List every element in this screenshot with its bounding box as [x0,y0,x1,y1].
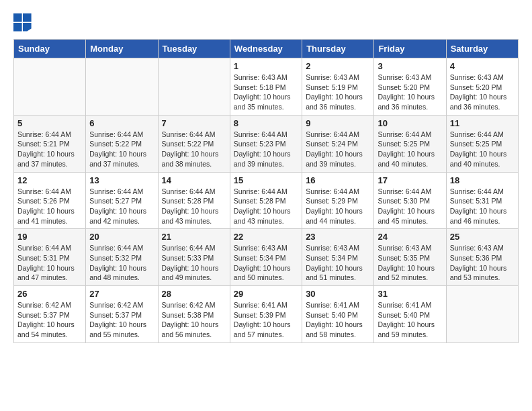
calendar-cell: 11Sunrise: 6:44 AM Sunset: 5:25 PM Dayli… [446,115,518,172]
calendar-cell: 16Sunrise: 6:44 AM Sunset: 5:29 PM Dayli… [302,172,374,229]
day-of-week-header: Sunday [14,40,86,58]
day-number: 8 [234,118,298,128]
calendar-cell: 15Sunrise: 6:44 AM Sunset: 5:28 PM Dayli… [230,172,302,229]
day-number: 19 [17,232,82,242]
day-number: 28 [162,289,226,299]
calendar-cell: 3Sunrise: 6:43 AM Sunset: 5:20 PM Daylig… [374,58,446,116]
day-info: Sunrise: 6:44 AM Sunset: 5:21 PM Dayligh… [17,130,82,169]
day-info: Sunrise: 6:44 AM Sunset: 5:32 PM Dayligh… [89,243,154,283]
calendar-cell: 8Sunrise: 6:44 AM Sunset: 5:23 PM Daylig… [230,115,302,172]
calendar-cell: 6Sunrise: 6:44 AM Sunset: 5:22 PM Daylig… [86,115,158,172]
day-number: 13 [89,175,154,185]
day-number: 30 [306,289,370,299]
day-number: 3 [378,61,442,71]
day-number: 24 [378,232,442,242]
day-number: 27 [89,289,154,299]
day-info: Sunrise: 6:44 AM Sunset: 5:28 PM Dayligh… [234,187,298,226]
day-info: Sunrise: 6:43 AM Sunset: 5:19 PM Dayligh… [306,73,370,112]
calendar-cell: 29Sunrise: 6:41 AM Sunset: 5:39 PM Dayli… [230,286,302,343]
day-info: Sunrise: 6:44 AM Sunset: 5:29 PM Dayligh… [306,187,370,226]
day-info: Sunrise: 6:43 AM Sunset: 5:20 PM Dayligh… [450,73,515,112]
calendar-cell: 19Sunrise: 6:44 AM Sunset: 5:31 PM Dayli… [14,229,86,286]
day-number: 6 [89,118,154,128]
calendar-cell: 22Sunrise: 6:43 AM Sunset: 5:34 PM Dayli… [230,229,302,286]
calendar-cell: 1Sunrise: 6:43 AM Sunset: 5:18 PM Daylig… [230,58,302,116]
calendar-cell: 5Sunrise: 6:44 AM Sunset: 5:21 PM Daylig… [14,115,86,172]
calendar-week-row: 19Sunrise: 6:44 AM Sunset: 5:31 PM Dayli… [14,229,519,286]
calendar-cell: 14Sunrise: 6:44 AM Sunset: 5:28 PM Dayli… [158,172,230,229]
day-number: 23 [306,232,370,242]
calendar-cell: 31Sunrise: 6:41 AM Sunset: 5:40 PM Dayli… [374,286,446,343]
day-info: Sunrise: 6:44 AM Sunset: 5:25 PM Dayligh… [450,130,515,169]
day-info: Sunrise: 6:44 AM Sunset: 5:22 PM Dayligh… [162,130,226,169]
header [13,13,519,32]
day-info: Sunrise: 6:44 AM Sunset: 5:25 PM Dayligh… [378,130,442,169]
calendar-cell: 27Sunrise: 6:42 AM Sunset: 5:37 PM Dayli… [86,286,158,343]
svg-rect-2 [13,23,22,32]
logo-icon [13,13,32,32]
calendar-cell: 17Sunrise: 6:44 AM Sunset: 5:30 PM Dayli… [374,172,446,229]
day-number: 18 [450,175,515,185]
day-info: Sunrise: 6:44 AM Sunset: 5:24 PM Dayligh… [306,130,370,169]
day-info: Sunrise: 6:44 AM Sunset: 5:26 PM Dayligh… [17,187,82,226]
day-info: Sunrise: 6:44 AM Sunset: 5:27 PM Dayligh… [89,187,154,226]
day-info: Sunrise: 6:43 AM Sunset: 5:36 PM Dayligh… [450,243,515,283]
day-info: Sunrise: 6:44 AM Sunset: 5:23 PM Dayligh… [234,130,298,169]
day-number: 31 [378,289,442,299]
day-info: Sunrise: 6:43 AM Sunset: 5:34 PM Dayligh… [234,243,298,283]
calendar-cell: 12Sunrise: 6:44 AM Sunset: 5:26 PM Dayli… [14,172,86,229]
svg-rect-0 [13,13,22,22]
calendar-week-row: 12Sunrise: 6:44 AM Sunset: 5:26 PM Dayli… [14,172,519,229]
day-info: Sunrise: 6:43 AM Sunset: 5:18 PM Dayligh… [234,73,298,112]
day-info: Sunrise: 6:41 AM Sunset: 5:40 PM Dayligh… [306,300,370,340]
calendar-header-row: SundayMondayTuesdayWednesdayThursdayFrid… [14,40,519,58]
calendar-cell: 30Sunrise: 6:41 AM Sunset: 5:40 PM Dayli… [302,286,374,343]
day-number: 9 [306,118,370,128]
calendar-cell: 28Sunrise: 6:42 AM Sunset: 5:38 PM Dayli… [158,286,230,343]
day-number: 26 [17,289,82,299]
calendar-cell: 25Sunrise: 6:43 AM Sunset: 5:36 PM Dayli… [446,229,518,286]
day-number: 15 [234,175,298,185]
calendar-cell: 2Sunrise: 6:43 AM Sunset: 5:19 PM Daylig… [302,58,374,116]
day-info: Sunrise: 6:42 AM Sunset: 5:37 PM Dayligh… [89,300,154,340]
calendar-cell: 18Sunrise: 6:44 AM Sunset: 5:31 PM Dayli… [446,172,518,229]
day-of-week-header: Saturday [446,40,518,58]
calendar-cell: 9Sunrise: 6:44 AM Sunset: 5:24 PM Daylig… [302,115,374,172]
day-info: Sunrise: 6:44 AM Sunset: 5:30 PM Dayligh… [378,187,442,226]
day-info: Sunrise: 6:42 AM Sunset: 5:37 PM Dayligh… [17,300,82,340]
day-of-week-header: Monday [86,40,158,58]
day-info: Sunrise: 6:41 AM Sunset: 5:39 PM Dayligh… [234,300,298,340]
day-info: Sunrise: 6:42 AM Sunset: 5:38 PM Dayligh… [162,300,226,340]
day-number: 14 [162,175,226,185]
day-info: Sunrise: 6:43 AM Sunset: 5:35 PM Dayligh… [378,243,442,283]
day-info: Sunrise: 6:44 AM Sunset: 5:33 PM Dayligh… [162,243,226,283]
calendar-cell: 21Sunrise: 6:44 AM Sunset: 5:33 PM Dayli… [158,229,230,286]
calendar-cell: 13Sunrise: 6:44 AM Sunset: 5:27 PM Dayli… [86,172,158,229]
calendar-cell: 26Sunrise: 6:42 AM Sunset: 5:37 PM Dayli… [14,286,86,343]
day-number: 25 [450,232,515,242]
logo [13,13,35,32]
day-number: 12 [17,175,82,185]
calendar-cell [14,58,86,116]
day-info: Sunrise: 6:44 AM Sunset: 5:31 PM Dayligh… [17,243,82,283]
day-number: 5 [17,118,82,128]
calendar-cell: 24Sunrise: 6:43 AM Sunset: 5:35 PM Dayli… [374,229,446,286]
calendar-week-row: 5Sunrise: 6:44 AM Sunset: 5:21 PM Daylig… [14,115,519,172]
calendar-week-row: 26Sunrise: 6:42 AM Sunset: 5:37 PM Dayli… [14,286,519,343]
calendar-table: SundayMondayTuesdayWednesdayThursdayFrid… [13,39,519,343]
day-number: 1 [234,61,298,71]
day-info: Sunrise: 6:43 AM Sunset: 5:34 PM Dayligh… [306,243,370,283]
day-number: 29 [234,289,298,299]
calendar-cell [158,58,230,116]
day-number: 4 [450,61,515,71]
day-info: Sunrise: 6:44 AM Sunset: 5:31 PM Dayligh… [450,187,515,226]
day-number: 7 [162,118,226,128]
calendar-week-row: 1Sunrise: 6:43 AM Sunset: 5:18 PM Daylig… [14,58,519,116]
calendar-cell: 4Sunrise: 6:43 AM Sunset: 5:20 PM Daylig… [446,58,518,116]
day-number: 22 [234,232,298,242]
day-info: Sunrise: 6:43 AM Sunset: 5:20 PM Dayligh… [378,73,442,112]
day-of-week-header: Wednesday [230,40,302,58]
day-number: 10 [378,118,442,128]
calendar-cell [86,58,158,116]
day-info: Sunrise: 6:44 AM Sunset: 5:22 PM Dayligh… [89,130,154,169]
